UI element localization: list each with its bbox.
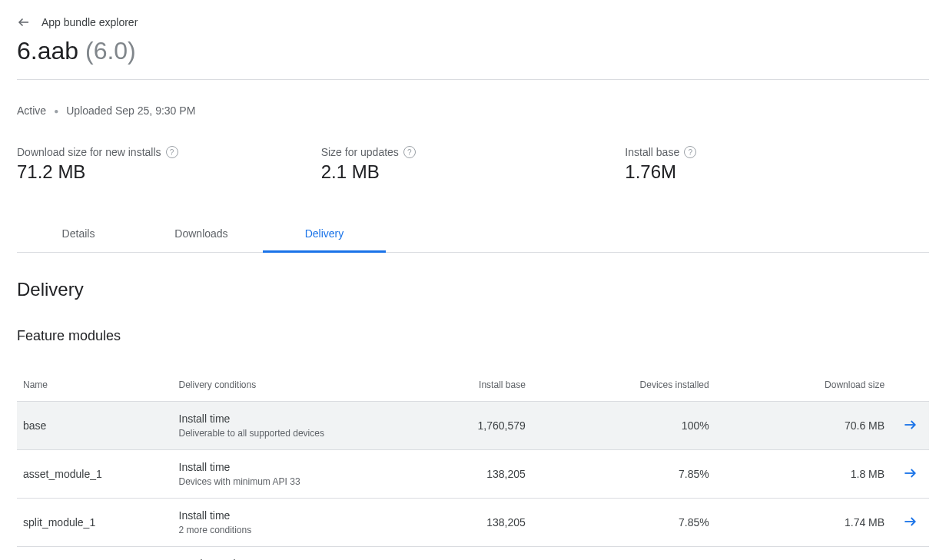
condition-sub: Deliverable to all supported devices [179,428,407,439]
condition-main: Install time [179,413,407,425]
stat-label-text: Download size for new installs [17,146,161,158]
cell-download-size: 1.74 MB [715,499,891,547]
title-filename: 6.aab [17,37,78,65]
tab-details[interactable]: Details [17,217,140,252]
arrow-right-icon[interactable] [902,514,918,529]
help-icon[interactable]: ? [166,146,178,158]
cell-install-base: 138,205 [412,499,532,547]
table-row[interactable]: base Install time Deliverable to all sup… [17,402,929,450]
subsection-title: Feature modules [17,328,929,344]
th-download-size: Download size [715,369,891,402]
th-devices-installed: Devices installed [532,369,715,402]
cell-action [891,450,929,499]
cell-devices-installed: 4.57% [532,547,715,561]
help-icon[interactable]: ? [403,146,416,158]
arrow-right-icon[interactable] [902,417,918,432]
title-version: (6.0) [85,37,136,65]
condition-sub: 2 more conditions [179,525,407,535]
th-action [891,369,929,402]
th-install-base: Install base [412,369,532,402]
cell-name: split_module_1 [17,499,173,547]
cell-download-size: 1.8 MB [715,450,891,499]
status-label: Active [17,104,46,117]
cell-action [891,547,929,561]
stat-value: 2.1 MB [321,161,626,183]
stat-2: Install base ? 1.76M [625,146,929,183]
cell-conditions: Install time Devices with minimum API 33 [173,450,413,499]
cell-conditions: Install time Deliverable to all supporte… [173,402,413,450]
cell-install-base: 138,205 [412,450,532,499]
stat-label: Download size for new installs ? [17,146,321,158]
cell-install-base: 1,760,579 [412,402,532,450]
stat-label: Install base ? [625,146,929,158]
tabs: DetailsDownloadsDelivery [17,217,929,253]
th-name: Name [17,369,173,402]
cell-conditions: On-demand Deliverable to all supported d… [173,547,413,561]
th-conditions: Delivery conditions [173,369,413,402]
condition-main: Install time [179,509,407,522]
cell-name: base [17,402,173,450]
stat-1: Size for updates ? 2.1 MB [321,146,626,183]
condition-sub: Devices with minimum API 33 [179,476,407,487]
cell-name: split_module_2 [17,547,173,561]
feature-modules-table: Name Delivery conditions Install base De… [17,369,929,560]
stat-label-text: Install base [625,146,679,158]
cell-install-base: 80,458 [412,547,532,561]
cell-download-size: 53.6 KB [715,547,891,561]
cell-action [891,402,929,450]
table-row[interactable]: split_module_2 On-demand Deliverable to … [17,547,929,561]
tab-downloads[interactable]: Downloads [140,217,263,252]
cell-action [891,499,929,547]
stat-value: 71.2 MB [17,161,321,183]
cell-devices-installed: 100% [532,402,715,450]
help-icon[interactable]: ? [684,146,696,158]
section-title: Delivery [17,279,929,300]
page-title: 6.aab (6.0) [17,37,929,80]
uploaded-label: Uploaded Sep 25, 9:30 PM [66,104,195,117]
condition-main: Install time [179,461,407,473]
stat-label-text: Size for updates [321,146,399,158]
cell-devices-installed: 7.85% [532,499,715,547]
stats-row: Download size for new installs ? 71.2 MB… [17,146,929,183]
table-row[interactable]: asset_module_1 Install time Devices with… [17,450,929,499]
table-row[interactable]: split_module_1 Install time 2 more condi… [17,499,929,547]
cell-name: asset_module_1 [17,450,173,499]
breadcrumb: App bundle explorer [17,15,929,29]
cell-download-size: 70.6 MB [715,402,891,450]
cell-devices-installed: 7.85% [532,450,715,499]
meta-row: Active ● Uploaded Sep 25, 9:30 PM [17,104,929,117]
separator-dot: ● [54,107,58,115]
tab-delivery[interactable]: Delivery [263,217,386,253]
arrow-right-icon[interactable] [902,466,918,481]
stat-label: Size for updates ? [321,146,626,158]
cell-conditions: Install time 2 more conditions [173,499,413,547]
back-arrow-icon[interactable] [17,15,31,29]
stat-value: 1.76M [625,161,929,183]
stat-0: Download size for new installs ? 71.2 MB [17,146,321,183]
breadcrumb-label[interactable]: App bundle explorer [41,16,138,28]
